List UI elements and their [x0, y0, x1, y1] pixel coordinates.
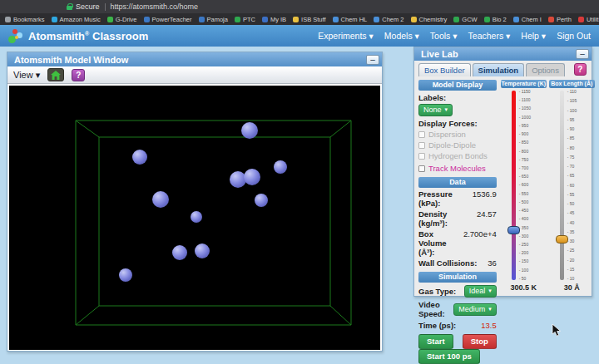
bookmark-item[interactable]: GCW: [453, 16, 477, 23]
bookmark-item[interactable]: Pamoja: [199, 16, 228, 23]
labels-select[interactable]: None ▾: [418, 104, 453, 116]
bookmark-label: Perth: [557, 16, 572, 23]
tick-label: 800: [519, 150, 531, 154]
temperature-ticks: 1150110010501000950900850800750700650600…: [519, 90, 531, 281]
bookmark-label: Amazon Music: [60, 16, 101, 23]
tick-label: 90: [567, 127, 577, 131]
tick-label: 75: [567, 155, 577, 160]
bookmark-label: My IB: [270, 16, 286, 23]
start-100ps-button[interactable]: Start 100 ps: [418, 349, 480, 364]
bookmark-item[interactable]: PowerTeacher: [144, 16, 192, 23]
bookmark-item[interactable]: Bio 2: [484, 16, 507, 23]
tick-label: 500: [519, 200, 531, 204]
display-forces-caption: Display Forces:: [418, 119, 497, 128]
live-lab-title: Live Lab: [421, 49, 576, 59]
model-help-button[interactable]: ?: [72, 69, 85, 81]
header-menu-item[interactable]: Experiments ▾: [318, 31, 374, 41]
mouse-cursor: [552, 324, 562, 341]
bookmark-item[interactable]: Perth: [548, 16, 572, 23]
stop-button[interactable]: Stop: [463, 334, 497, 349]
tick-label: 1150: [519, 90, 531, 94]
box-length-thumb[interactable]: [556, 235, 568, 243]
bookmark-item[interactable]: Chem I: [513, 16, 542, 23]
tick-label: 700: [519, 166, 531, 170]
bookmark-favicon-icon: [107, 17, 113, 22]
home-icon: [51, 71, 61, 80]
tick-label: 350: [519, 226, 531, 230]
labels-select-value: None: [423, 106, 442, 114]
view-menu[interactable]: View ▾: [13, 70, 40, 81]
tick-label: 400: [519, 217, 531, 221]
force-options-list: Dispersion Dipole-Dipole Hydrogen Bonds: [418, 130, 497, 160]
header-menu-item[interactable]: Sign Out: [557, 31, 591, 41]
header-menu-item[interactable]: Help ▾: [521, 31, 546, 41]
model-window-titlebar[interactable]: Atomsmith Model Window –: [7, 52, 382, 66]
header-menu-item[interactable]: Tools ▾: [430, 31, 458, 41]
track-molecules-checkbox-row[interactable]: Track Molecules: [418, 164, 497, 173]
tick-label: 110: [567, 90, 577, 94]
force-checkbox-row[interactable]: Dipole-Dipole: [418, 140, 497, 150]
tick-label: 1000: [519, 116, 531, 120]
live-lab-panel: Live Lab – Box Builder Simulation Option…: [413, 47, 592, 297]
tick-label: 45: [567, 211, 577, 215]
time-row: Time (ps): 13.5: [418, 321, 497, 330]
bookmark-favicon-icon: [199, 17, 205, 22]
atom-sphere: [191, 211, 202, 223]
tab-box-builder[interactable]: Box Builder: [418, 63, 471, 76]
tick-label: 1100: [519, 98, 531, 102]
bookmark-label: PowerTeacher: [152, 16, 192, 23]
gas-type-select[interactable]: Ideal ▾: [464, 285, 497, 298]
live-lab-help-button[interactable]: ?: [574, 63, 587, 76]
bookmarks-bar: Bookmarks Amazon Music G-Drive PowerTeac…: [0, 13, 599, 25]
model-window-toolbar: View ▾ ?: [7, 66, 382, 84]
data-row-label: Density (kg/m³):: [418, 209, 477, 228]
bookmark-label: Chemistry: [419, 16, 448, 23]
tab-options[interactable]: Options: [526, 63, 565, 76]
bookmark-item[interactable]: Amazon Music: [52, 16, 101, 23]
tick-label: 100: [519, 268, 531, 273]
atomsmith-logo-icon: [8, 29, 22, 43]
home-button[interactable]: [47, 68, 64, 81]
force-checkbox-row[interactable]: Dispersion: [418, 130, 497, 139]
video-speed-row: Video Speed: Medium ▾: [418, 300, 497, 318]
tick-label: 150: [519, 259, 531, 263]
checkbox-icon: [418, 131, 425, 138]
ssl-lock-icon: [67, 6, 72, 10]
header-menu-item[interactable]: Teachers ▾: [468, 31, 511, 41]
chevron-down-icon: ▾: [488, 288, 492, 294]
temperature-thumb[interactable]: [507, 226, 520, 234]
bookmark-item[interactable]: Chem 2: [374, 16, 403, 23]
box-length-slider-area: 1101051009590858075706560555045403530252…: [549, 91, 595, 280]
model-window-panel: Atomsmith Model Window – View ▾ ?: [7, 52, 383, 352]
bookmark-item[interactable]: Bookmarks: [5, 16, 45, 23]
live-lab-titlebar[interactable]: Live Lab –: [414, 47, 592, 61]
model-viewport[interactable]: [9, 86, 380, 350]
bookmark-item[interactable]: Utilities: [578, 16, 599, 23]
live-lab-minimize-button[interactable]: –: [576, 49, 589, 59]
tick-label: 900: [519, 132, 531, 136]
bookmark-item[interactable]: PTC: [235, 16, 255, 23]
atom-sphere: [241, 122, 258, 139]
box-length-track[interactable]: [560, 91, 564, 280]
bookmark-favicon-icon: [513, 17, 519, 22]
bookmark-label: Bio 2: [493, 16, 507, 23]
bookmark-label: Pamoja: [207, 16, 228, 23]
bookmark-item[interactable]: Chem HL: [333, 16, 368, 23]
start-button[interactable]: Start: [418, 334, 453, 349]
app-header: Atomsmith®Classroom Experiments ▾ Models…: [0, 25, 599, 47]
tab-simulation[interactable]: Simulation: [473, 63, 525, 76]
bookmark-item[interactable]: My IB: [262, 16, 286, 23]
force-checkbox-row[interactable]: Hydrogen Bonds: [418, 151, 497, 160]
live-lab-body: Model Display Labels: None ▾ Display For…: [414, 76, 592, 361]
header-menu-item[interactable]: Models ▾: [384, 31, 419, 41]
bookmark-item[interactable]: ISB Stuff: [293, 16, 325, 23]
browser-address-bar[interactable]: Secure https://atomsmith.co/home: [0, 0, 599, 13]
model-window-minimize-button[interactable]: –: [366, 55, 379, 65]
temperature-track[interactable]: [512, 91, 516, 280]
bookmark-label: ISB Stuff: [301, 16, 325, 23]
tick-label: 95: [567, 118, 577, 122]
bookmark-item[interactable]: G-Drive: [107, 16, 137, 23]
bookmark-item[interactable]: Chemistry: [411, 16, 448, 23]
time-label: Time (ps):: [418, 321, 456, 330]
video-speed-select[interactable]: Medium ▾: [453, 303, 497, 316]
